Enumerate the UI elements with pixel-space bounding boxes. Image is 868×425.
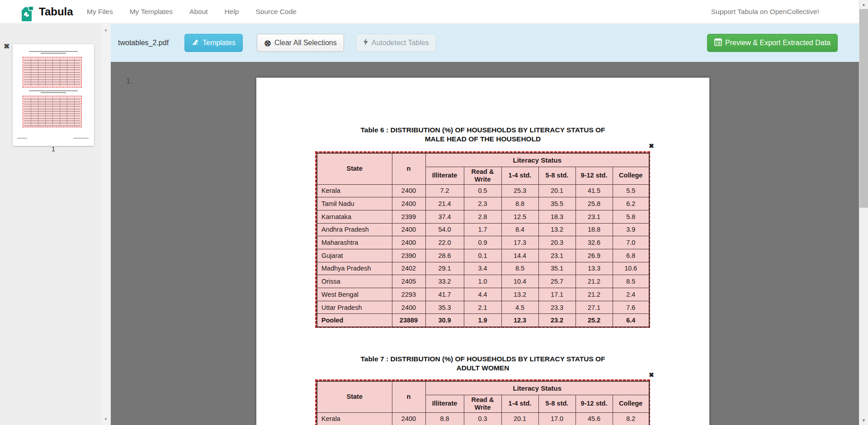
thumbnail-sidebar: ✖ 1 ▲ ▼ <box>0 24 111 425</box>
toolbar: twotables_2.pdf Templates ⊗ Clear All Se… <box>111 24 859 62</box>
autodetect-tables-button: Autodetect Tables <box>356 34 436 52</box>
templates-button[interactable]: Templates <box>184 34 243 52</box>
pdf-filename: twotables_2.pdf <box>118 39 169 47</box>
support-link[interactable]: Support Tabula on OpenCollective! <box>711 0 819 23</box>
page-thumbnail[interactable] <box>13 44 94 146</box>
nav-item-my-files[interactable]: My Files <box>87 8 113 16</box>
page-close-icon[interactable]: ✖ <box>4 42 9 51</box>
table-row: Gujarat239028.60.114.423.126.96.8 <box>317 249 649 262</box>
mini-footer-left <box>17 138 27 139</box>
table-row: Madhya Pradesh240229.13.48.535.113.310.6 <box>317 262 649 275</box>
tabula-app: Tabula My Files My Templates About Help … <box>0 0 868 425</box>
scroll-up-icon[interactable]: ▲ <box>101 28 111 32</box>
scroll-down-icon[interactable]: ▼ <box>859 418 868 423</box>
nav-item-my-templates[interactable]: My Templates <box>130 8 173 16</box>
pdf-page: Table 6 : DISTRIBUTION (%) OF HOUSEHOLDS… <box>256 78 709 425</box>
pdf-viewer: 1. Table 6 : DISTRIBUTION (%) OF HOUSEHO… <box>111 62 859 425</box>
scroll-down-icon[interactable]: ▼ <box>101 417 111 421</box>
mini-selection-table6 <box>23 57 82 88</box>
selection2-close-icon[interactable]: ✖ <box>649 372 654 378</box>
navbar: Tabula My Files My Templates About Help … <box>0 0 859 23</box>
mini-selection-table7 <box>23 96 82 127</box>
selection1-close-icon[interactable]: ✖ <box>649 143 654 149</box>
sidebar-scrollbar[interactable]: ▲ ▼ <box>101 24 111 425</box>
extracted-table: StatenLiteracy StatusIlliterateRead & Wr… <box>316 381 650 425</box>
thumbnail-page-number: 1 <box>13 145 94 153</box>
table7-title: Table 7 : DISTRIBUTION (%) OF HOUSEHOLDS… <box>256 355 709 373</box>
table7-selection[interactable]: StatenLiteracy StatusIlliterateRead & Wr… <box>315 379 650 425</box>
brand-title: Tabula <box>39 5 73 18</box>
nav-item-about[interactable]: About <box>189 8 208 16</box>
table6-selection[interactable]: StatenLiteracy StatusIlliterateRead & Wr… <box>315 151 650 328</box>
nav-item-help[interactable]: Help <box>225 8 239 16</box>
extracted-table: StatenLiteracy StatusIlliterateRead & Wr… <box>316 153 650 327</box>
table-row: Kerala24008.80.320.117.045.68.2 <box>317 412 649 425</box>
mini-title-table7 <box>13 90 94 93</box>
scroll-up-icon[interactable]: ▲ <box>859 2 868 7</box>
nav-item-source-code[interactable]: Source Code <box>255 8 296 16</box>
main-panel: twotables_2.pdf Templates ⊗ Clear All Se… <box>111 24 859 425</box>
window-scrollbar[interactable]: ▲ ▼ <box>859 0 868 425</box>
template-save-icon <box>192 38 199 47</box>
table-list-icon <box>714 38 722 48</box>
tabula-logo-icon <box>21 5 34 22</box>
mini-title-table6 <box>13 51 94 54</box>
lightning-bolt-icon <box>363 38 368 47</box>
page-index-label: 1. <box>126 77 132 86</box>
table6-title: Table 6 : DISTRIBUTION (%) OF HOUSEHOLDS… <box>256 126 709 144</box>
clear-all-selections-button[interactable]: ⊗ Clear All Selections <box>257 34 344 52</box>
circle-x-icon: ⊗ <box>264 39 271 47</box>
scrollbar-thumb[interactable] <box>859 9 868 208</box>
table-row: Karnataka239937.42.812.518.323.15.8 <box>317 210 649 223</box>
table-row: Andhra Pradesh240054.01.78.413.218.83.9 <box>317 223 649 236</box>
nav-links: My Files My Templates About Help Source … <box>87 0 297 23</box>
table-row: Pooled2388930.91.912.323.225.26.4 <box>317 314 649 327</box>
table-row: Tamil Nadu240021.42.38.835.525.86.2 <box>317 197 649 210</box>
table-row: Kerala24007.20.525.320.141.55.5 <box>317 184 649 197</box>
table-row: West Bengal229341.74.413.217.121.22.4 <box>317 288 649 301</box>
preview-export-button[interactable]: Preview & Export Extracted Data <box>707 34 838 52</box>
mini-footer-right <box>73 138 89 139</box>
table-row: Orissa240533.21.010.425.721.28.5 <box>317 275 649 288</box>
table-row: Maharashtra240022.00.917.320.332.67.0 <box>317 236 649 249</box>
table-row: Uttar Pradesh240035.32.14.523.327.17.6 <box>317 301 649 314</box>
